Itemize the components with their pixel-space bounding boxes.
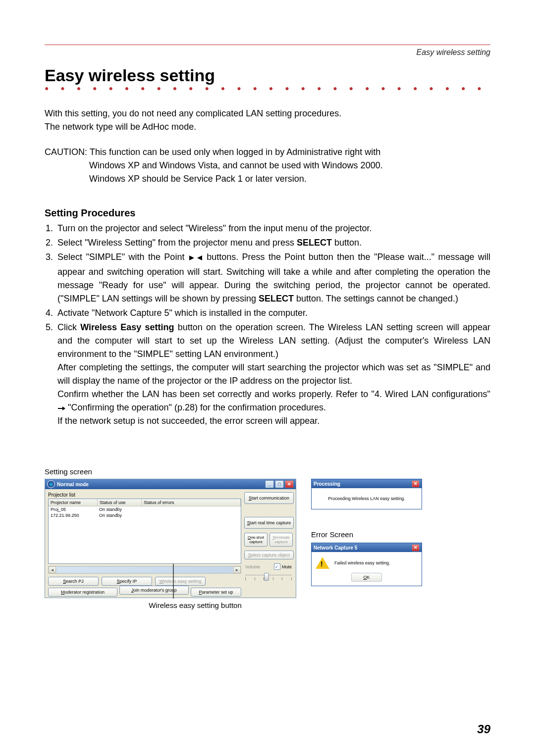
select-capture-object-button[interactable]: Select capture object	[244, 551, 294, 559]
window-title: Normal mode	[57, 482, 265, 487]
cell-name: 172.21.99.250	[49, 513, 97, 518]
caution-block: CAUTION: This function can be used only …	[45, 146, 490, 186]
step-5-p3b: "Confirming the operation" (p.28) for th…	[65, 403, 326, 412]
warning-icon	[316, 557, 329, 569]
setting-screen-label: Setting screen	[45, 467, 490, 476]
step-2-b: button.	[332, 238, 362, 248]
intro-line-1: With this setting, you do not need any c…	[45, 108, 341, 118]
close-icon[interactable]: ✕	[412, 544, 420, 552]
step-5-a: Click	[57, 322, 80, 332]
mute-checkbox[interactable]: ✓	[274, 563, 280, 570]
scroll-right-icon[interactable]: ►	[233, 566, 241, 573]
step-3-bold: SELECT	[259, 294, 294, 303]
search-pj-button[interactable]: Search PJ	[48, 577, 99, 586]
parameter-setup-button[interactable]: Parameter set up	[191, 588, 241, 597]
step-5: Click Wireless Easy setting button on th…	[55, 321, 490, 428]
projector-list-label: Projector list	[48, 492, 241, 498]
intro-paragraph: With this setting, you do not need any c…	[45, 107, 490, 134]
scroll-track[interactable]	[56, 566, 233, 573]
error-screen-label: Error Screen	[311, 530, 422, 539]
table-row[interactable]: Proj_05 On standby	[49, 506, 241, 512]
step-3-c: button. The settings cannot be changed.)	[294, 294, 458, 303]
specify-ip-button[interactable]: Specify IP	[102, 577, 152, 586]
caution-line-1: This function can be used only when logg…	[90, 146, 380, 159]
svg-marker-1	[197, 255, 202, 260]
point-left-right-icon	[188, 252, 203, 265]
slider-thumb-icon[interactable]	[264, 573, 269, 581]
setting-screen-window: ✳ Normal mode _ □ ✕ Projector list	[45, 479, 296, 598]
procedure-list: Turn on the projector and select "Wirele…	[45, 222, 490, 428]
projector-list[interactable]: Projector name Status of use Status of e…	[48, 499, 241, 564]
section-heading: Setting Procedures	[45, 207, 490, 219]
table-row[interactable]: 172.21.99.250 On standby	[49, 512, 241, 518]
volume-label: Volume	[245, 564, 260, 569]
cell-name: Proj_05	[49, 507, 97, 512]
minimize-icon[interactable]: _	[265, 480, 274, 488]
col-projector-name[interactable]: Projector name	[49, 499, 98, 506]
step-2: Select "Wireless Setting" from the proje…	[55, 236, 490, 250]
callout-caption: Wireless easy setting button	[45, 601, 296, 609]
step-5-p3a: Confirm whether the LAN has been set cor…	[57, 389, 490, 399]
header-crumb: Easy wireless setting	[45, 45, 490, 57]
close-icon[interactable]: ✕	[285, 480, 294, 488]
terminate-capture-button[interactable]: Terminate capture	[269, 533, 293, 547]
wireless-easy-setting-button[interactable]: Wireless easy setting	[155, 577, 206, 586]
arrow-right-icon	[57, 403, 65, 412]
window-titlebar[interactable]: ✳ Normal mode _ □ ✕	[45, 479, 296, 489]
cell-status: On standby	[97, 507, 141, 512]
col-status-errors[interactable]: Status of errors	[142, 499, 241, 506]
error-window: Network Capture 5 ✕ Failed wireless easy…	[311, 543, 422, 586]
svg-marker-0	[189, 255, 194, 260]
maximize-icon[interactable]: □	[275, 480, 284, 488]
ok-button[interactable]: OK	[351, 573, 382, 582]
page-title: Easy wireless setting	[45, 66, 490, 85]
horizontal-scrollbar[interactable]: ◄ ►	[48, 566, 241, 574]
col-status-use[interactable]: Status of use	[98, 499, 142, 506]
step-4: Activate "Network Capture 5" which is in…	[55, 306, 490, 320]
error-title: Network Capture 5	[314, 545, 412, 551]
processing-window: Processing ✕ Proceeding Wireless LAN eas…	[311, 479, 422, 509]
mute-label: Mute	[282, 564, 292, 569]
intro-line-2: The network type will be AdHoc mode.	[45, 122, 196, 132]
caution-line-2: Windows XP and Windows Vista, and cannot…	[45, 159, 490, 172]
step-2-bold: SELECT	[297, 238, 332, 248]
step-2-a: Select "Wireless Setting" from the proje…	[57, 238, 297, 248]
step-3-a: Select "SIMPLE" with the Point	[57, 252, 188, 262]
start-realtime-capture-button[interactable]: Start real time capture	[244, 517, 294, 529]
moderator-registration-button[interactable]: Moderator registration	[48, 588, 117, 597]
caution-label: CAUTION:	[45, 146, 90, 159]
cell-status: On standby	[97, 513, 141, 518]
caution-line-3: Windows XP should be Service Pack 1 or l…	[45, 172, 490, 186]
error-message: Failed wireless easy setting.	[334, 560, 390, 565]
step-5-bold: Wireless Easy setting	[80, 322, 174, 332]
one-shot-capture-button[interactable]: One-shot capture	[244, 533, 268, 547]
step-3: Select "SIMPLE" with the Point buttons. …	[55, 251, 490, 305]
start-communication-button[interactable]: Start communication	[244, 492, 294, 504]
scroll-left-icon[interactable]: ◄	[49, 566, 56, 573]
volume-slider[interactable]	[244, 574, 293, 582]
processing-title: Processing	[314, 481, 412, 487]
close-icon[interactable]: ✕	[412, 480, 420, 488]
title-dot-rule: ● ● ● ● ● ● ● ● ● ● ● ● ● ● ● ● ● ● ● ● …	[45, 84, 490, 92]
page-number: 39	[477, 722, 490, 736]
join-moderator-group-button[interactable]: Join moderator's group	[119, 586, 189, 595]
step-1: Turn on the projector and select "Wirele…	[55, 222, 490, 235]
app-icon: ✳	[47, 480, 55, 488]
processing-message: Proceeding Wireless LAN easy setting.	[312, 488, 422, 509]
step-5-p4: If the network setup is not succeeded, t…	[57, 414, 320, 428]
step-5-p2: After completing the settings, the compu…	[57, 362, 490, 386]
